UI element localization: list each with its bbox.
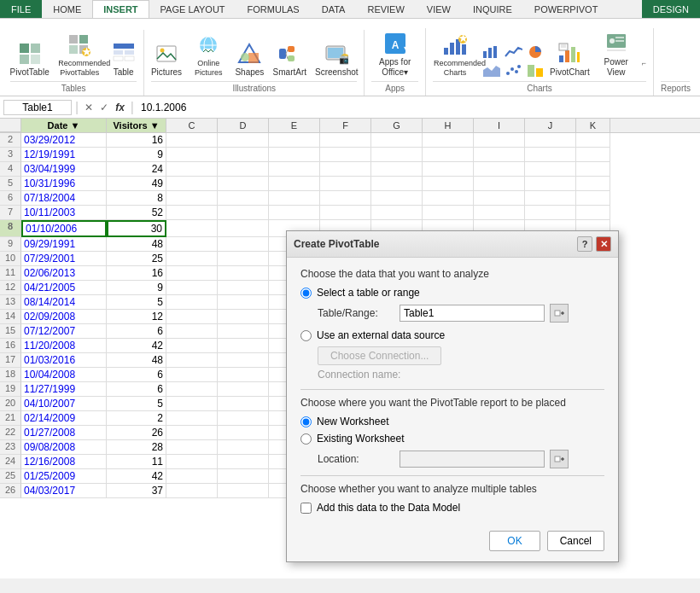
radio-select-table-input[interactable] [300,288,312,299]
connection-name-row: Connection name: [318,369,604,381]
dialog-overlay: Create PivotTable ? ✕ Choose the data th… [0,0,700,578]
radio-external-source: Use an external data source [300,329,604,341]
location-picker-button[interactable] [550,450,569,468]
table-range-label: Table/Range: [318,307,394,319]
choose-connection-button[interactable]: Choose Connection... [318,346,441,365]
dialog-body: Choose the data that you want to analyze… [287,258,618,524]
radio-select-table: Select a table or range [300,287,604,299]
svg-rect-70 [555,456,560,462]
radio-existing-worksheet-input[interactable] [300,433,312,445]
dialog-title-bar: Create PivotTable ? ✕ [287,231,618,258]
radio-new-worksheet-label: New Worksheet [317,416,388,427]
radio-existing-worksheet-label: Existing Worksheet [317,433,405,445]
radio-external-source-input[interactable] [300,330,312,341]
table-range-row: Table/Range: [318,304,604,323]
radio-new-worksheet: New Worksheet [300,416,604,427]
section2-divider [300,475,604,476]
dialog-controls: ? ✕ [577,236,611,252]
svg-rect-66 [555,311,560,316]
radio-external-source-label: Use an external data source [317,329,445,341]
ok-button[interactable]: OK [489,531,540,551]
location-input[interactable] [400,451,545,468]
dialog-title: Create PivotTable [294,238,379,250]
radio-existing-worksheet: Existing Worksheet [300,433,604,445]
dialog-footer: OK Cancel [287,524,618,561]
radio-select-table-label: Select a table or range [317,287,420,299]
cancel-button[interactable]: Cancel [547,531,604,551]
radio-new-worksheet-input[interactable] [300,416,312,427]
add-to-datamodel-label: Add this data to the Data Model [317,502,460,514]
location-label: Location: [318,453,394,465]
section-divider [300,389,604,390]
add-to-datamodel-checkbox[interactable] [300,503,312,514]
table-range-input[interactable] [400,305,545,322]
create-pivottable-dialog: Create PivotTable ? ✕ Choose the data th… [286,230,619,562]
dialog-close-button[interactable]: ✕ [596,236,611,252]
table-range-picker-button[interactable] [550,304,569,323]
dialog-help-button[interactable]: ? [577,236,592,252]
add-to-datamodel-row: Add this data to the Data Model [300,502,604,514]
section1-label: Choose the data that you want to analyze [300,268,604,280]
section3-label: Choose whether you want to analyze multi… [300,483,604,495]
location-row: Location: [318,450,604,468]
section2-label: Choose where you want the PivotTable rep… [300,397,604,409]
